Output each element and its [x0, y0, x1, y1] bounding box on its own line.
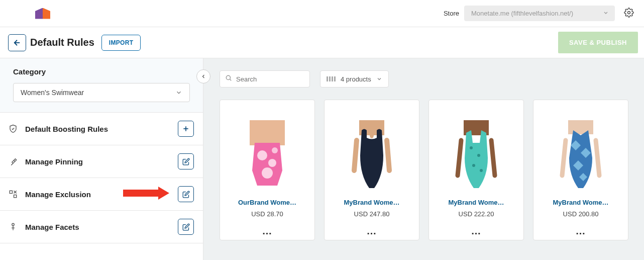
edit-facets-button[interactable] [178, 219, 194, 235]
products-count-select[interactable]: 4 products [320, 70, 389, 88]
add-boosting-rule-button[interactable] [178, 121, 194, 137]
product-image [220, 100, 314, 191]
pin-icon [7, 157, 19, 166]
product-menu-button[interactable]: … [576, 229, 586, 233]
rule-label: Manage Facets [25, 223, 178, 231]
product-card[interactable]: OurBrand Wome… USD 28.70 … [220, 100, 315, 240]
store-label: Store [444, 10, 459, 17]
svg-point-24 [472, 164, 475, 167]
edit-pinning-button[interactable] [178, 153, 194, 169]
svg-point-20 [370, 132, 374, 138]
svg-point-0 [628, 11, 630, 14]
store-select[interactable]: Monetate.me (fifthlevelfashion.net/) [464, 6, 615, 21]
rule-label: Manage Exclusion [25, 190, 178, 199]
rule-row-exclusion: Manage Exclusion [0, 178, 203, 211]
back-button[interactable] [8, 34, 26, 51]
chevron-down-icon [603, 10, 609, 17]
chevron-down-icon [376, 76, 382, 82]
product-menu-button[interactable]: … [471, 229, 482, 233]
category-heading: Category [13, 67, 190, 76]
sidebar: Category Women's Swimwear Default Boosti… [0, 58, 203, 260]
svg-point-25 [480, 169, 483, 172]
svg-point-22 [470, 146, 473, 149]
svg-point-16 [268, 159, 276, 167]
svg-rect-14 [250, 120, 285, 145]
product-name: OurBrand Wome… [220, 199, 314, 206]
rule-row-pinning: Manage Pinning [0, 145, 203, 178]
rule-label: Default Boosting Rules [25, 125, 178, 133]
product-image [325, 100, 419, 191]
category-select[interactable]: Women's Swimwear [13, 83, 190, 102]
search-input[interactable] [236, 75, 304, 83]
logo [35, 8, 50, 19]
page-title: Default Rules [30, 37, 94, 48]
product-price: USD 200.80 [563, 210, 599, 218]
svg-point-17 [262, 167, 273, 179]
search-icon [225, 74, 232, 83]
product-name: MyBrand Wome… [429, 199, 523, 206]
settings-gear-icon[interactable] [624, 8, 634, 20]
product-price: USD 28.70 [251, 210, 283, 218]
product-image [533, 100, 628, 191]
grid-view-icon [327, 76, 336, 81]
category-value: Women's Swimwear [21, 89, 84, 97]
svg-point-23 [477, 154, 480, 157]
product-price: USD 247.80 [354, 210, 390, 218]
svg-rect-4 [10, 191, 12, 193]
svg-rect-26 [568, 120, 593, 134]
search-input-wrapper[interactable] [220, 70, 310, 88]
facets-icon [7, 222, 19, 231]
product-price: USD 222.20 [459, 210, 494, 218]
svg-point-18 [272, 147, 278, 153]
svg-line-13 [230, 79, 232, 81]
chevron-down-icon [175, 89, 182, 96]
collapse-sidebar-button[interactable] [196, 69, 210, 83]
svg-point-9 [12, 223, 15, 226]
rule-label: Manage Pinning [25, 157, 178, 166]
rule-row-boosting: Default Boosting Rules [0, 113, 203, 145]
rule-row-facets: Manage Facets [0, 211, 203, 243]
shield-check-icon [7, 124, 19, 133]
product-menu-button[interactable]: … [262, 229, 273, 233]
product-image [429, 100, 523, 191]
product-card[interactable]: MyBrand Wome… USD 222.20 … [428, 100, 524, 240]
product-card[interactable]: MyBrand Wome… USD 247.80 … [324, 100, 419, 240]
product-menu-button[interactable]: … [367, 229, 377, 233]
products-count-label: 4 products [341, 75, 371, 83]
svg-rect-5 [14, 195, 17, 198]
content-panel: 4 products OurBrand Wome… [203, 58, 644, 260]
import-button[interactable]: IMPORT [101, 35, 141, 51]
store-value: Monetate.me (fifthlevelfashion.net/) [471, 10, 573, 17]
product-name: MyBrand Wome… [533, 199, 628, 206]
save-publish-button[interactable]: SAVE & PUBLISH [558, 32, 638, 53]
product-card[interactable]: MyBrand Wome… USD 200.80 … [533, 100, 628, 240]
svg-point-15 [257, 150, 267, 160]
exclusion-icon [7, 190, 19, 199]
svg-point-12 [226, 75, 230, 79]
edit-exclusion-button[interactable] [178, 186, 194, 202]
product-name: MyBrand Wome… [325, 199, 419, 206]
